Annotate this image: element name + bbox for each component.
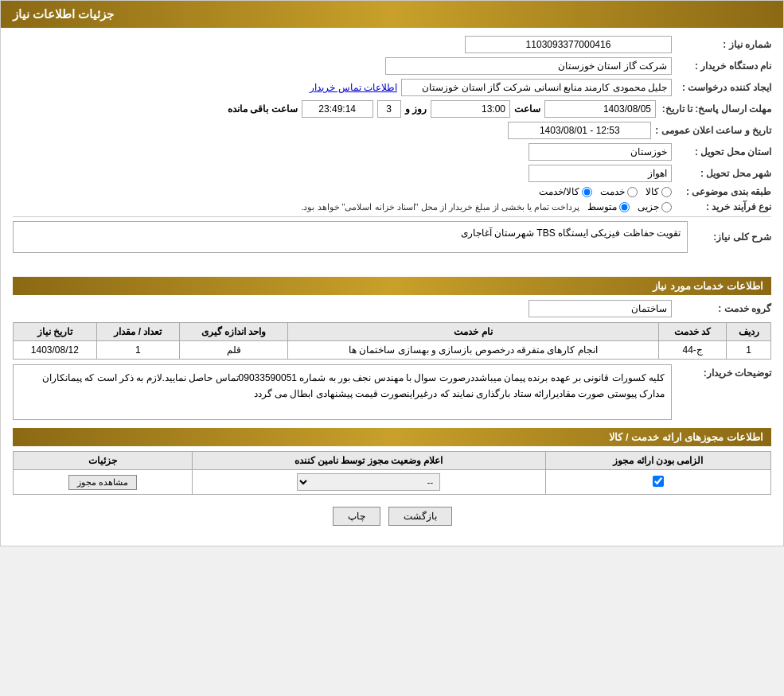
radio-goods-service-label: کالا/خدمت [539, 186, 579, 197]
requester-input [401, 79, 672, 96]
page-title: جزئیات اطلاعات نیاز [13, 7, 114, 21]
col-service-code: کد خدمت [659, 323, 727, 341]
col-status-announce: اعلام وضعیت مجوز توسط نامین کننده [192, 452, 545, 470]
services-table: ردیف کد خدمت نام خدمت واحد اندازه گیری ت… [13, 322, 771, 360]
deadline-row: مهلت ارسال پاسخ: تا تاریخ: ساعت روز و سا… [13, 100, 771, 118]
service-group-row: گروه خدمت : [13, 300, 771, 317]
radio-goods[interactable] [661, 187, 672, 197]
need-desc-label: شرح کلی نیاز: [692, 231, 771, 243]
status-dropdown[interactable]: -- [297, 473, 440, 491]
radio-medium-item: متوسط [587, 201, 630, 212]
action-buttons-row: بازگشت چاپ [13, 507, 771, 526]
announce-row: تاریخ و ساعت اعلان عمومی : [13, 122, 771, 139]
need-desc-row: شرح کلی نیاز: تقویت حفاظت فیزیکی ایستگاه… [13, 221, 771, 253]
radio-medium[interactable] [619, 202, 630, 212]
deadline-days-label: روز و [405, 103, 427, 115]
deadline-time-label: ساعت [514, 103, 540, 115]
radio-partial-label: جزیی [638, 201, 659, 212]
buyer-org-label: نام دستگاه خریدار : [676, 60, 771, 72]
deadline-label: مهلت ارسال پاسخ: تا تاریخ: [660, 103, 771, 115]
cell-details: مشاهده مجوز [14, 470, 193, 495]
divider-1 [13, 216, 771, 217]
delivery-city-label: شهر محل تحویل : [676, 168, 771, 179]
requester-label: ایجاد کننده درخواست : [676, 82, 771, 93]
cell-quantity: 1 [96, 341, 180, 360]
services-title-text: اطلاعات خدمات مورد نیاز [653, 280, 763, 292]
service-group-label: گروه خدمت : [676, 303, 771, 314]
order-type-row: نوع فرآیند خرید : جزیی متوسط پرداخت تمام… [13, 201, 771, 212]
need-desc-section: شرح کلی نیاز: تقویت حفاظت فیزیکی ایستگاه… [13, 221, 771, 269]
content-area: شماره نیاز : نام دستگاه خریدار : ایجاد ک… [1, 28, 783, 546]
cell-service-code: ج-44 [659, 341, 727, 360]
need-number-row: شماره نیاز : [13, 36, 771, 53]
licenses-table-header-row: الزامی بودن ارائه مجوز اعلام وضعیت مجوز … [14, 452, 771, 470]
radio-medium-label: متوسط [587, 201, 617, 212]
print-button[interactable]: چاپ [333, 507, 380, 526]
view-license-button[interactable]: مشاهده مجوز [68, 475, 137, 490]
need-number-label: شماره نیاز : [676, 39, 771, 50]
cell-service-name: انجام کارهای متفرقه درخصوص بازسازی و بهس… [287, 341, 658, 360]
col-unit: واحد اندازه گیری [180, 323, 288, 341]
buyer-org-row: نام دستگاه خریدار : [13, 57, 771, 75]
licenses-title-text: اطلاعات مجوزهای ارائه خدمت / کالا [609, 431, 763, 443]
need-desc-box: تقویت حفاظت فیزیکی ایستگاه TBS شهرستان آ… [13, 221, 688, 253]
col-service-name: نام خدمت [287, 323, 658, 341]
category-row: طبقه بندی موضوعی : کالا خدمت کالا/خدمت [13, 186, 771, 197]
services-section-title: اطلاعات خدمات مورد نیاز [13, 277, 771, 295]
list-item: -- مشاهده مجوز [14, 470, 771, 495]
licenses-section-title: اطلاعات مجوزهای ارائه خدمت / کالا [13, 428, 771, 446]
need-desc-value: تقویت حفاظت فیزیکی ایستگاه TBS شهرستان آ… [461, 227, 681, 239]
announce-label: تاریخ و ساعت اعلان عمومی : [655, 125, 771, 136]
requester-row: ایجاد کننده درخواست : اطلاعات تماس خریدا… [13, 79, 771, 96]
announce-input [508, 122, 651, 139]
radio-partial-item: جزیی [638, 201, 672, 212]
cell-date: 1403/08/12 [14, 341, 97, 360]
buyer-notes-value: کلیه کسورات قانونی بر عهده برنده پیمان م… [42, 372, 665, 399]
radio-goods-label: کالا [646, 186, 659, 197]
buyer-notes-label: توضیحات خریدار: [676, 364, 771, 379]
order-type-label: نوع فرآیند خرید : [676, 201, 771, 212]
cell-mandatory [545, 470, 770, 495]
category-label: طبقه بندی موضوعی : [676, 186, 771, 197]
radio-goods-item: کالا [646, 186, 672, 197]
need-number-input[interactable] [465, 36, 672, 53]
page-header: جزئیات اطلاعات نیاز [1, 1, 783, 28]
cell-status: -- [192, 470, 545, 495]
cell-unit: قلم [180, 341, 288, 360]
back-button[interactable]: بازگشت [388, 507, 452, 526]
radio-partial[interactable] [661, 202, 672, 212]
services-table-header-row: ردیف کد خدمت نام خدمت واحد اندازه گیری ت… [14, 323, 771, 341]
delivery-province-input [529, 143, 672, 161]
radio-service-item: خدمت [600, 186, 638, 197]
deadline-remaining-input [302, 100, 373, 118]
mandatory-checkbox[interactable] [653, 476, 664, 487]
contact-link[interactable]: اطلاعات تماس خریدار [310, 82, 397, 93]
col-details: جزئیات [14, 452, 193, 470]
buyer-notes-row: توضیحات خریدار: کلیه کسورات قانونی بر عه… [13, 364, 771, 420]
radio-goods-service-item: کالا/خدمت [539, 186, 592, 197]
col-row-num: ردیف [727, 323, 771, 341]
services-table-body: 1 ج-44 انجام کارهای متفرقه درخصوص بازساز… [14, 341, 771, 360]
col-mandatory: الزامی بودن ارائه مجوز [545, 452, 770, 470]
licenses-table: الزامی بودن ارائه مجوز اعلام وضعیت مجوز … [13, 451, 771, 495]
col-quantity: تعداد / مقدار [96, 323, 180, 341]
cell-row-num: 1 [727, 341, 771, 360]
deadline-time-input [431, 100, 510, 118]
delivery-province-row: استان محل تحویل : [13, 143, 771, 161]
licenses-table-body: -- مشاهده مجوز [14, 470, 771, 495]
deadline-remaining-label: ساعت باقی مانده [228, 103, 298, 115]
radio-service-label: خدمت [600, 186, 625, 197]
col-date: تاریخ نیاز [14, 323, 97, 341]
category-radio-group: کالا خدمت کالا/خدمت [539, 186, 672, 197]
table-row: 1 ج-44 انجام کارهای متفرقه درخصوص بازساز… [14, 341, 771, 360]
order-type-desc: پرداخت تمام یا بخشی از مبلغ خریدار از مح… [301, 202, 579, 212]
delivery-city-input [529, 165, 672, 182]
delivery-province-label: استان محل تحویل : [676, 146, 771, 157]
buyer-notes-box: کلیه کسورات قانونی بر عهده برنده پیمان م… [13, 364, 672, 420]
page-wrapper: جزئیات اطلاعات نیاز شماره نیاز : نام دست… [0, 0, 784, 546]
order-type-radio-group: جزیی متوسط پرداخت تمام یا بخشی از مبلغ خ… [301, 201, 672, 212]
radio-goods-service[interactable] [582, 187, 592, 197]
service-group-input [529, 300, 672, 317]
radio-service[interactable] [627, 187, 638, 197]
deadline-days-input [377, 100, 401, 118]
